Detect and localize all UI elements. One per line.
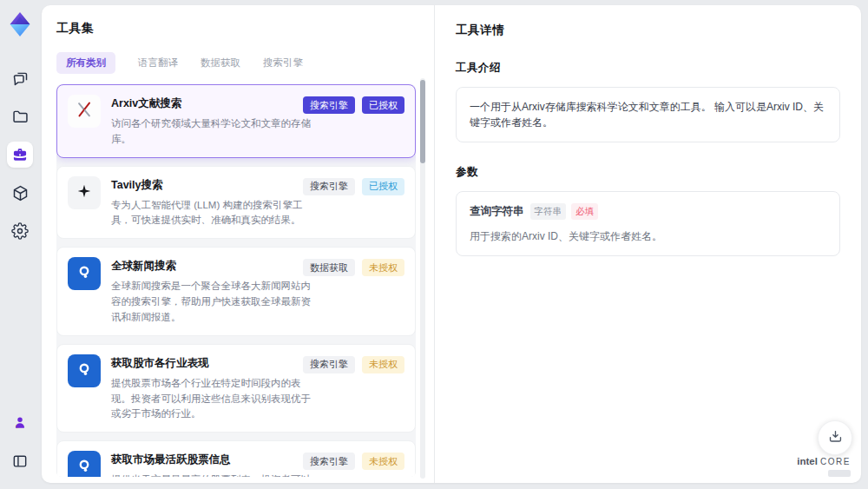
- brand-core-text: CORE: [820, 457, 851, 466]
- tool-icon: [68, 95, 101, 128]
- param-box: 查询字符串 字符串 必填 用于搜索的Arxiv ID、关键字或作者姓名。: [456, 191, 840, 256]
- tool-card-list: Arxiv文献搜索 访问各个研究领域大量科学论文和文章的存储库。 搜索引擎 已授…: [56, 84, 416, 477]
- param-required-badge: 必填: [571, 203, 598, 220]
- params-heading: 参数: [456, 165, 840, 180]
- params-list: 查询字符串 字符串 必填 用于搜索的Arxiv ID、关键字或作者姓名。: [456, 191, 840, 256]
- cube-icon: [11, 184, 30, 202]
- auth-status-badge: 未授权: [362, 453, 404, 470]
- toolbox-icon: [11, 146, 29, 163]
- auth-status-badge: 未授权: [362, 259, 404, 276]
- tool-badges: 数据获取 未授权: [303, 259, 404, 276]
- tool-badges: 搜索引擎 未授权: [303, 453, 404, 470]
- tab-category-2[interactable]: 数据获取: [201, 56, 240, 69]
- tool-card[interactable]: 获取股市各行业表现 提供股票市场各个行业在特定时间段内的表现。投资者可以利用这些…: [56, 344, 416, 433]
- tool-description: 提供股票市场各个行业在特定时间段内的表现。投资者可以利用这些信息来识别表现优于或…: [111, 376, 318, 422]
- app-logo: [7, 10, 33, 38]
- tavily-logo-icon: [76, 182, 93, 203]
- category-badge: 搜索引擎: [303, 453, 355, 470]
- tool-icon: [68, 451, 101, 477]
- tool-card[interactable]: Tavily搜索 专为人工智能代理 (LLM) 构建的搜索引擎工具，可快速提供实…: [56, 166, 416, 240]
- param-head: 查询字符串 字符串 必填: [470, 203, 826, 220]
- scrollbar-track[interactable]: [420, 78, 425, 479]
- toolset-pane: 工具集 所有类别语言翻译数据获取搜索引擎 Arxiv文献搜索 访问各个研究领域大…: [42, 5, 434, 483]
- intro-heading: 工具介绍: [456, 61, 840, 76]
- tool-description: 提供当天交易量最高的股票列表，投资者可以利用这些信息来识别流动性强的股票和潜在的…: [111, 472, 318, 477]
- sidebar-item-chat[interactable]: [7, 65, 33, 91]
- juhe-logo-icon: [75, 360, 94, 382]
- tool-intro-text: 一个用于从Arxiv存储库搜索科学论文和文章的工具。 输入可以是Arxiv ID…: [470, 101, 824, 129]
- download-button[interactable]: [818, 420, 852, 455]
- main-panel: 工具集 所有类别语言翻译数据获取搜索引擎 Arxiv文献搜索 访问各个研究领域大…: [42, 5, 861, 483]
- left-rail: [0, 0, 40, 489]
- scrollbar-thumb[interactable]: [420, 80, 425, 163]
- param-type-badge: 字符串: [530, 203, 567, 220]
- category-badge: 搜索引擎: [303, 96, 355, 114]
- intel-core-brand: intel CORE: [797, 456, 851, 477]
- tool-description: 全球新闻搜索是一个聚合全球各大新闻网站内容的搜索引擎，帮助用户快速获取全球最新资…: [111, 279, 318, 325]
- sidebar-item-files[interactable]: [7, 103, 33, 129]
- category-tabs: 所有类别语言翻译数据获取搜索引擎: [56, 51, 434, 74]
- page-title: 工具集: [56, 21, 434, 36]
- auth-status-badge: 已授权: [362, 178, 404, 195]
- tool-icon: [68, 354, 101, 387]
- sidebar-item-settings[interactable]: [7, 218, 33, 244]
- tool-icon: [68, 176, 101, 209]
- tool-badges: 搜索引擎 已授权: [303, 96, 404, 114]
- user-icon: [11, 414, 29, 432]
- auth-status-badge: 已授权: [362, 96, 404, 114]
- juhe-logo-icon: [75, 262, 94, 285]
- tool-badges: 搜索引擎 已授权: [303, 178, 404, 195]
- download-icon: [827, 428, 844, 448]
- sidebar-item-account[interactable]: [7, 410, 33, 436]
- tool-intro-box: 一个用于从Arxiv存储库搜索科学论文和文章的工具。 输入可以是Arxiv ID…: [456, 87, 840, 142]
- sidebar-item-models[interactable]: [7, 180, 33, 206]
- tool-details-pane: 工具详情 工具介绍 一个用于从Arxiv存储库搜索科学论文和文章的工具。 输入可…: [434, 5, 861, 483]
- tool-description: 访问各个研究领域大量科学论文和文章的存储库。: [111, 116, 318, 148]
- auth-status-badge: 未授权: [362, 356, 404, 373]
- tool-description: 专为人工智能代理 (LLM) 构建的搜索引擎工具，可快速提供实时、准确和真实的结…: [111, 198, 318, 229]
- tool-badges: 搜索引擎 未授权: [303, 356, 404, 373]
- category-badge: 数据获取: [303, 259, 355, 276]
- sidebar-item-collapse[interactable]: [7, 448, 33, 474]
- arxiv-logo-icon: [75, 100, 94, 122]
- category-badge: 搜索引擎: [303, 356, 355, 373]
- folder-icon: [11, 108, 30, 126]
- tool-card[interactable]: 全球新闻搜索 全球新闻搜索是一个聚合全球各大新闻网站内容的搜索引擎，帮助用户快速…: [56, 247, 416, 335]
- param-description: 用于搜索的Arxiv ID、关键字或作者姓名。: [470, 228, 826, 244]
- param-name: 查询字符串: [470, 203, 524, 220]
- details-title: 工具详情: [456, 23, 840, 38]
- category-badge: 搜索引擎: [303, 178, 355, 195]
- tab-category-3[interactable]: 搜索引擎: [263, 56, 303, 69]
- juhe-logo-icon: [75, 456, 94, 477]
- gear-icon: [11, 222, 29, 240]
- tool-card[interactable]: 获取市场最活跃股票信息 提供当天交易量最高的股票列表，投资者可以利用这些信息来识…: [56, 440, 416, 477]
- tab-category-0[interactable]: 所有类别: [56, 52, 115, 74]
- tool-card[interactable]: Arxiv文献搜索 访问各个研究领域大量科学论文和文章的存储库。 搜索引擎 已授…: [56, 84, 416, 158]
- sidebar-item-toolset[interactable]: [7, 142, 33, 168]
- brand-intel-text: intel: [797, 456, 818, 466]
- brand-ultra-badge: [828, 470, 851, 477]
- tab-category-1[interactable]: 语言翻译: [138, 56, 178, 69]
- chat-icon: [11, 69, 30, 88]
- tool-icon: [68, 257, 101, 290]
- panel-toggle-icon: [11, 453, 29, 470]
